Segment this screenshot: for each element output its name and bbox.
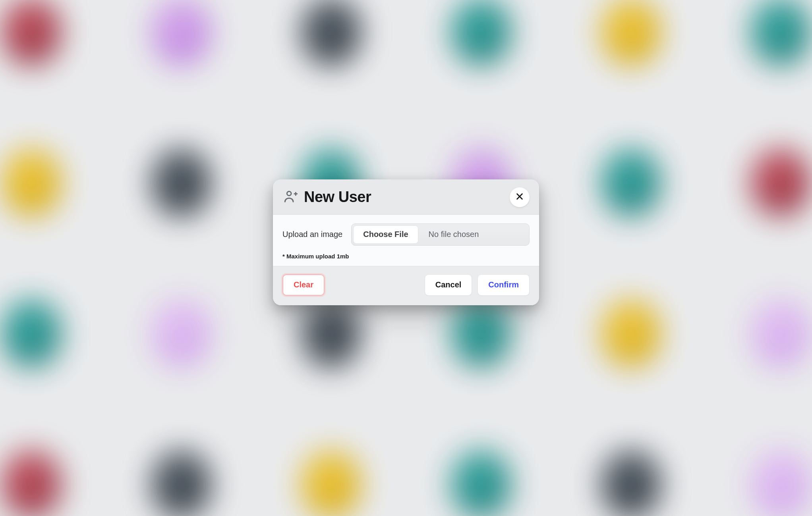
clear-button[interactable]: Clear: [282, 274, 325, 296]
upload-row: Upload an image Choose File No file chos…: [282, 223, 530, 246]
file-input[interactable]: Choose File No file chosen: [351, 223, 530, 246]
close-button[interactable]: [510, 187, 530, 207]
cancel-button[interactable]: Cancel: [425, 274, 472, 296]
close-icon: [515, 192, 524, 202]
new-user-dialog: New User Upload an image Choose File No …: [273, 179, 539, 305]
svg-point-0: [287, 191, 291, 196]
user-plus-icon: [282, 189, 298, 206]
file-status-text: No file chosen: [420, 224, 529, 245]
dialog-title: New User: [304, 189, 504, 206]
dialog-body: Upload an image Choose File No file chos…: [273, 215, 539, 266]
dialog-footer: Clear Cancel Confirm: [273, 266, 539, 305]
dialog-header: New User: [273, 179, 539, 215]
upload-hint: * Maximum upload 1mb: [282, 253, 530, 260]
choose-file-button[interactable]: Choose File: [353, 225, 418, 244]
modal-overlay: New User Upload an image Choose File No …: [0, 0, 812, 516]
upload-label: Upload an image: [282, 230, 342, 239]
confirm-button[interactable]: Confirm: [478, 274, 530, 296]
